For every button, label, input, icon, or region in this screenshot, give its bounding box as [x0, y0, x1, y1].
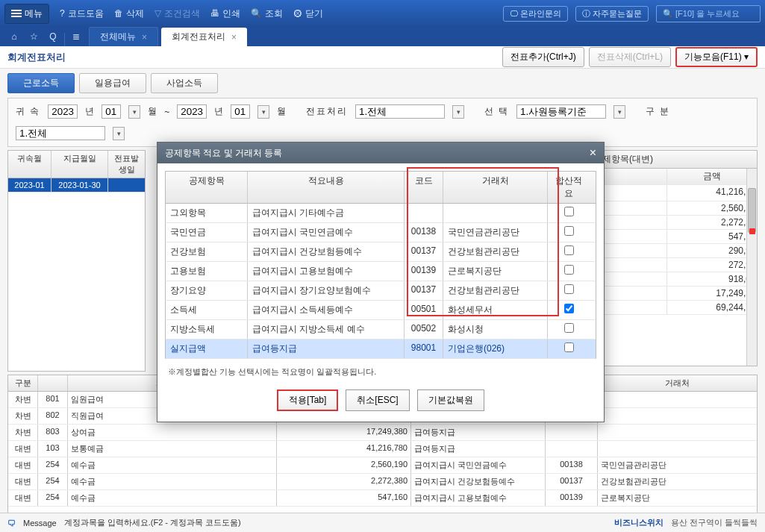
status-bar: 🗨 Message 계정과목을 입력하세요.(F2 - 계정과목 코드도움) 비… — [0, 513, 765, 532]
dialog-buttons: 적용[Tab] 취소[ESC] 기본값복원 — [157, 382, 604, 422]
year-from-input[interactable] — [48, 104, 78, 119]
business-text: 용산 전구역이 들썩들썩 — [671, 517, 758, 528]
division-select[interactable] — [16, 126, 105, 140]
message-label: Message — [23, 519, 57, 528]
home-icon[interactable]: ⌂ — [4, 27, 24, 46]
scrollbar-marker — [749, 228, 755, 234]
sum-checkbox[interactable] — [564, 245, 574, 255]
top-toolbar: 메뉴 ?코드도움 🗑삭제 ▽조건검색 🖶인쇄 🔍조회 ⮿닫기 🖵 온라인문의 ⓘ… — [0, 0, 765, 27]
menu-label: 메뉴 — [25, 7, 43, 20]
search-button[interactable]: 🔍조회 — [251, 7, 283, 20]
global-search-input[interactable]: 🔍 [F10] 을 누르세요 — [656, 5, 761, 22]
separator — [64, 33, 65, 46]
filter-icon: ▽ — [154, 8, 161, 19]
sum-checkbox[interactable] — [564, 304, 574, 313]
list-icon[interactable]: ≣ — [66, 27, 86, 46]
hamburger-icon — [11, 8, 22, 19]
business-label: 비즈니스위치 — [614, 517, 663, 528]
scrollbar-thumb[interactable] — [748, 188, 756, 233]
add-voucher-button[interactable]: 전표추가(Ctrl+J) — [502, 47, 584, 67]
faq-button[interactable]: ⓘ 자주묻는질문 — [575, 6, 649, 22]
month-from-stepper[interactable]: ▾ — [128, 105, 140, 119]
action-bar: 회계전표처리 전표추가(Ctrl+J) 전표삭제(Ctrl+L) 기능모음(F1… — [0, 46, 765, 69]
period-table-header: 귀속월 지급월일 전표발생일 — [7, 150, 146, 178]
apply-button[interactable]: 적용[Tab] — [277, 389, 338, 411]
print-icon: 🖶 — [210, 8, 219, 19]
selection-dropdown[interactable]: ▾ — [613, 105, 625, 119]
attribution-label: 귀 속 — [16, 105, 40, 118]
dialog-table-row[interactable]: 건강보험급여지급시 건강보험등예수00137건강보험관리공단 — [165, 242, 596, 262]
sum-checkbox[interactable] — [564, 207, 574, 216]
dialog-table-row[interactable]: 고용보험급여지급시 고용보험예수00139근로복지공단 — [165, 262, 596, 281]
close-icon[interactable]: × — [142, 32, 147, 43]
process-dropdown[interactable]: ▾ — [452, 105, 464, 119]
status-message: 계정과목을 입력하세요.(F2 - 계정과목 코드도움) — [64, 517, 241, 528]
dialog-titlebar[interactable]: 공제항목 적요 및 거래처 등록 × — [157, 143, 604, 163]
help-icon: ? — [60, 8, 65, 19]
magnify-icon[interactable]: Q — [43, 27, 63, 46]
period-table-empty — [7, 193, 146, 372]
code-help-button[interactable]: ?코드도움 — [60, 7, 104, 20]
function-collection-button[interactable]: 기능모음(F11) ▾ — [675, 47, 758, 67]
dialog-table-row[interactable]: 장기요양급여지급시 장기요양보험예수00137건강보험관리공단 — [165, 281, 596, 301]
dialog-table-row[interactable]: 지방소득세급여지급시 지방소득세 예수00502화성시청 — [165, 320, 596, 339]
print-button[interactable]: 🖶인쇄 — [210, 7, 240, 20]
close-button[interactable]: ⮿닫기 — [293, 7, 323, 20]
sum-checkbox[interactable] — [564, 284, 574, 294]
cancel-button[interactable]: 취소[ESC] — [346, 389, 409, 411]
period-table-row[interactable]: 2023-01 2023-01-30 — [7, 178, 146, 193]
dialog-table-row[interactable]: 국민연금급여지급시 국민연금예수00138국민연금관리공단 — [165, 223, 596, 242]
star-icon[interactable]: ☆ — [24, 27, 43, 46]
deduction-register-dialog: 공제항목 적요 및 거래처 등록 × 공제항목 적요내용 코드 거래처 합산적요… — [157, 142, 605, 422]
magnify-icon: 🔍 — [251, 8, 262, 19]
dialog-table-row[interactable]: 실지급액급여등지급98001기업은행(026) — [165, 339, 596, 359]
dialog-table-header: 공제항목 적요내용 코드 거래처 합산적요 — [165, 171, 596, 204]
sum-checkbox[interactable] — [564, 342, 574, 352]
condition-search-button[interactable]: ▽조건검색 — [154, 7, 200, 20]
delete-voucher-button[interactable]: 전표삭제(Ctrl+L) — [589, 47, 671, 67]
month-to-input[interactable] — [231, 104, 250, 119]
window-tabbar: ⌂ ☆ Q ≣ 전체메뉴× 회계전표처리× — [0, 27, 765, 46]
income-type-tabs: 근로소득 일용급여 사업소득 — [0, 69, 765, 95]
close-x-icon: ⮿ — [293, 8, 302, 19]
delete-button[interactable]: 🗑삭제 — [114, 7, 144, 20]
journal-row[interactable]: 대변103보통예금41,216,780급여등지급 — [8, 441, 757, 457]
sum-checkbox[interactable] — [564, 323, 574, 333]
tab-all-menu[interactable]: 전체메뉴× — [89, 27, 158, 46]
selection-select[interactable] — [516, 104, 606, 119]
dialog-note: ※계정별합산 기능 선택시에는 적요명이 일괄적용됩니다. — [168, 366, 593, 378]
trash-icon: 🗑 — [114, 8, 123, 19]
close-icon[interactable]: × — [590, 146, 596, 160]
page-title: 회계전표처리 — [7, 51, 66, 64]
division-label: 구 분 — [646, 105, 670, 118]
filter-panel: 귀 속 년 ▾월 ~ 년 ▾월 전표처리 ▾ 선 택 ▾ 구 분 ▾ — [7, 98, 758, 147]
sum-checkbox[interactable] — [564, 265, 574, 275]
tab-daily-wage[interactable]: 일용급여 — [79, 73, 146, 93]
sum-checkbox[interactable] — [564, 226, 574, 236]
month-from-input[interactable] — [102, 104, 121, 119]
tab-earned-income[interactable]: 근로소득 — [7, 73, 75, 93]
dialog-title: 공제항목 적요 및 거래처 등록 — [165, 147, 282, 160]
process-label: 전표처리 — [306, 105, 348, 118]
year-to-input[interactable] — [177, 104, 207, 119]
journal-row[interactable]: 차변803상여금17,249,380급여등지급 — [8, 425, 757, 441]
selection-label: 선 택 — [484, 105, 509, 118]
reset-defaults-button[interactable]: 기본값복원 — [417, 389, 484, 411]
process-select[interactable] — [355, 104, 445, 119]
online-inquiry-button[interactable]: 🖵 온라인문의 — [503, 6, 568, 22]
division-dropdown[interactable]: ▾ — [113, 127, 125, 140]
month-to-stepper[interactable]: ▾ — [257, 105, 269, 119]
message-icon: 🗨 — [7, 519, 16, 528]
tab-business-income[interactable]: 사업소득 — [151, 73, 218, 93]
journal-row[interactable]: 대변254예수금547,160급여지급시 고용보험예수00139근로복지공단 — [8, 490, 757, 507]
close-icon[interactable]: × — [231, 32, 237, 43]
journal-row[interactable]: 대변254예수금2,272,380급여지급시 건강보험등예수00137건강보험관… — [8, 474, 757, 490]
menu-button[interactable]: 메뉴 — [4, 4, 49, 24]
dialog-table-row[interactable]: 소득세급여지급시 소득세등예수00501화성세무서 — [165, 301, 596, 320]
dialog-table-row[interactable]: 그외항목급여지급시 기타예수금 — [165, 204, 596, 223]
journal-row[interactable]: 대변254예수금2,560,190급여지급시 국민연금예수00138국민연금관리… — [8, 457, 757, 474]
scrollbar[interactable] — [746, 169, 757, 366]
tab-accounting-voucher[interactable]: 회계전표처리× — [161, 28, 247, 46]
